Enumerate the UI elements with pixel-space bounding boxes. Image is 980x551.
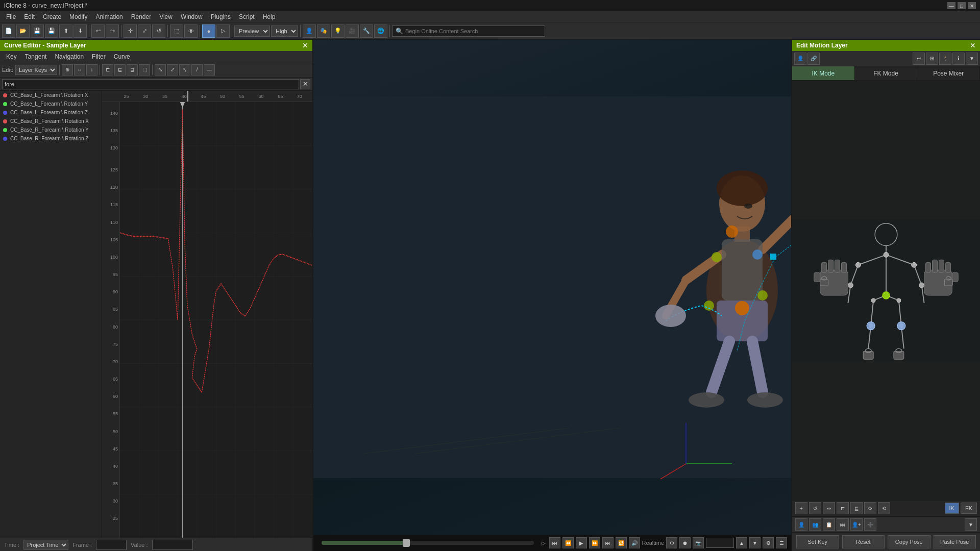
menu-create[interactable]: Create (39, 12, 65, 21)
character-btn1[interactable]: 👤 (303, 24, 316, 38)
layer-item-0[interactable]: CC_Base_L_Forearm \ Rotation X (0, 91, 102, 99)
viewport-canvas[interactable] (313, 40, 791, 535)
redo-button[interactable]: ↪ (106, 24, 119, 38)
select-button[interactable]: ⬚ (170, 24, 183, 38)
mp-mirror[interactable]: ⇔ (823, 502, 835, 514)
tab-ik-mode[interactable]: IK Mode (792, 66, 855, 80)
key-scale-btn[interactable]: ↕ (86, 64, 97, 76)
mp-rotate[interactable]: ↺ (809, 502, 821, 514)
mp-expand-btn[interactable]: ▼ (966, 53, 978, 65)
layer-item-4[interactable]: CC_Base_R_Forearm \ Rotation Y (0, 126, 102, 134)
render-preview-button[interactable]: ● (202, 24, 215, 38)
menu-animation[interactable]: Animation (91, 12, 127, 21)
content-search-input[interactable] (405, 28, 542, 34)
layer-keys-select[interactable]: Layer Keys (15, 65, 57, 75)
reset-button[interactable]: Reset (842, 535, 885, 548)
vp-settings[interactable]: ⚙ (666, 537, 677, 548)
quality-select[interactable]: High (271, 26, 298, 37)
vp-frame-down[interactable]: ▼ (749, 537, 761, 548)
preview-select[interactable]: Preview (234, 26, 270, 37)
export-button[interactable]: ⬆ (59, 24, 72, 38)
rotate-button[interactable]: ↺ (152, 24, 165, 38)
menu-edit[interactable]: Edit (20, 12, 39, 21)
vp-snapshot[interactable]: 📷 (693, 537, 704, 548)
transform-button[interactable]: ✛ (124, 24, 137, 38)
open-button[interactable]: 📂 (16, 24, 30, 38)
time-select[interactable]: Project Time (23, 540, 68, 550)
key-move-btn[interactable]: ↔ (74, 64, 85, 76)
tangent-type3[interactable]: ⤣ (179, 64, 190, 76)
set-key-button[interactable]: Set Key (796, 535, 839, 548)
mp-snap[interactable]: ⊏ (837, 502, 849, 514)
menu-script[interactable]: Script (235, 12, 259, 21)
vp-frame-up[interactable]: ▲ (736, 537, 747, 548)
tangent-type1[interactable]: ⤡ (155, 64, 166, 76)
menu-view[interactable]: View (155, 12, 177, 21)
curve-menu-tangent[interactable]: Tangent (21, 52, 51, 61)
mp-pose-btn[interactable]: 🕴 (939, 53, 951, 65)
minimize-button[interactable]: — (947, 2, 955, 9)
copy-pose-button[interactable]: Copy Pose (888, 535, 930, 548)
vp-audio[interactable]: 🔊 (629, 537, 640, 548)
layer-item-2[interactable]: CC_Base_L_Forearm \ Rotation Z (0, 108, 102, 117)
key-type-btn[interactable]: ⊏ (102, 64, 113, 76)
menu-plugins[interactable]: Plugins (207, 12, 235, 21)
view-button[interactable]: 👁 (184, 24, 198, 38)
mp-align[interactable]: ⊑ (850, 502, 863, 514)
new-button[interactable]: 📄 (2, 24, 15, 38)
import-button[interactable]: ⬇ (74, 24, 87, 38)
frame-btn[interactable]: ⬚ (139, 64, 150, 76)
vp-record[interactable]: ⏺ (679, 537, 691, 548)
mp-add-key[interactable]: + (795, 502, 807, 514)
vp-prev-frame[interactable]: ⏪ (562, 537, 574, 548)
ik-button[interactable]: IK (945, 503, 959, 514)
maximize-button[interactable]: □ (958, 2, 966, 9)
layer-item-3[interactable]: CC_Base_R_Forearm \ Rotation X (0, 117, 102, 126)
vp-goto-start[interactable]: ⏮ (549, 537, 560, 548)
mp-start-btn[interactable]: ⏮ (837, 518, 849, 531)
tangent-type5[interactable]: — (204, 64, 215, 76)
render-button[interactable]: ▷ (216, 24, 230, 38)
frame-input[interactable]: 47 (96, 540, 127, 550)
curve-search-input[interactable] (2, 79, 299, 89)
save-as-button[interactable]: 💾 (45, 24, 58, 38)
vp-loop[interactable]: 🔁 (616, 537, 627, 548)
curve-menu-filter[interactable]: Filter (88, 52, 110, 61)
mp-character-btn[interactable]: 👤 (794, 53, 806, 65)
tangent-btn1[interactable]: ⊑ (114, 64, 126, 76)
layer-item-1[interactable]: CC_Base_L_Forearm \ Rotation Y (0, 99, 102, 108)
menu-window[interactable]: Window (177, 12, 207, 21)
tangent-type2[interactable]: ⤢ (167, 64, 178, 76)
vp-list[interactable]: ☰ (776, 537, 787, 548)
layer-item-5[interactable]: CC_Base_R_Forearm \ Rotation Z (0, 134, 102, 143)
value-input[interactable]: 140.963 (152, 540, 193, 550)
vp-goto-end[interactable]: ⏭ (602, 537, 614, 548)
mp-char2-btn[interactable]: 👤 (795, 518, 807, 531)
mp-fk-tool[interactable]: ⟲ (878, 502, 890, 514)
fk-button[interactable]: FK (961, 503, 977, 514)
curve-editor-close[interactable]: ✕ (302, 41, 308, 49)
vp-settings2[interactable]: ⚙ (763, 537, 774, 548)
search-clear-btn[interactable]: ✕ (300, 79, 310, 89)
menu-modify[interactable]: Modify (65, 12, 91, 21)
camera-btn[interactable]: 🎥 (346, 24, 359, 38)
mp-add2-btn[interactable]: ➕ (864, 518, 876, 531)
menu-file[interactable]: File (2, 12, 20, 21)
motion-panel-close[interactable]: ✕ (970, 41, 976, 49)
curve-menu-navigation[interactable]: Navigation (51, 52, 88, 61)
move-button[interactable]: ⤢ (138, 24, 151, 38)
menu-render[interactable]: Render (127, 12, 155, 21)
prop-btn[interactable]: 🔧 (360, 24, 373, 38)
mp-info-btn[interactable]: ℹ (952, 53, 965, 65)
mp-undo-btn[interactable]: ↩ (913, 53, 925, 65)
mp-link-btn[interactable]: 🔗 (807, 53, 820, 65)
mp-ik-tool[interactable]: ⟳ (864, 502, 876, 514)
mp-char3-btn[interactable]: 👥 (809, 518, 821, 531)
window-controls[interactable]: — □ ✕ (947, 2, 976, 9)
vp-play[interactable]: ▶ (576, 537, 587, 548)
curve-graph[interactable]: 25 30 35 40 45 50 55 60 65 70 (102, 91, 312, 538)
scene-btn[interactable]: 🌐 (374, 24, 387, 38)
mp-dropdown-btn[interactable]: ▼ (965, 518, 977, 531)
undo-button[interactable]: ↩ (91, 24, 105, 38)
menu-help[interactable]: Help (259, 12, 280, 21)
